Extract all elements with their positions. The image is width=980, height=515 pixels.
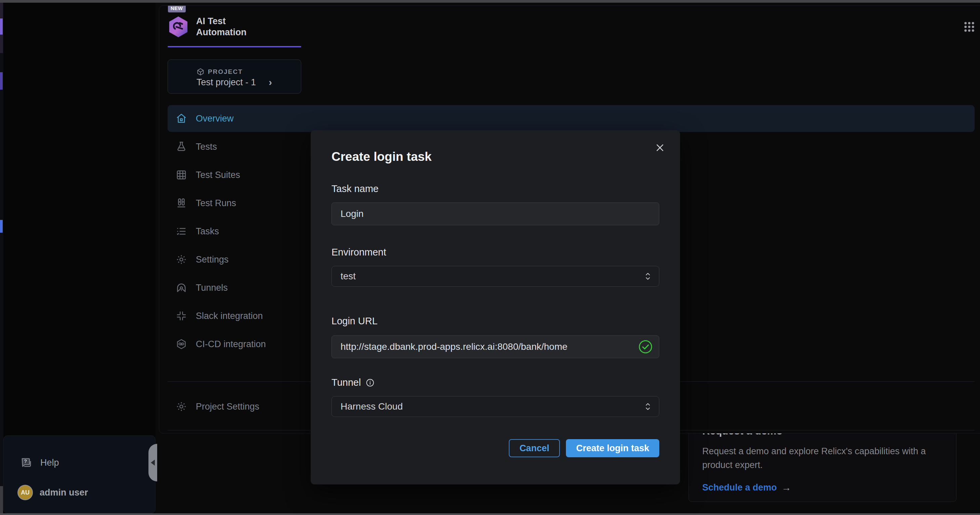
schedule-demo-link[interactable]: Schedule a demo → [702,482,943,493]
task-name-label: Task name [331,183,659,194]
create-login-task-button[interactable]: Create login task [566,439,659,457]
project-label: PROJECT [208,68,243,76]
new-badge: NEW [168,5,186,13]
cube-icon [196,68,205,76]
tunnel-label: Tunnel [331,377,659,388]
environment-select[interactable]: test [331,266,659,287]
help-chat-icon: ? [20,456,32,469]
cancel-button[interactable]: Cancel [509,439,560,457]
cicd-icon [176,339,187,350]
accent-underline [168,46,301,47]
home-icon [176,113,187,124]
columns-icon [176,197,187,209]
sliver [0,220,3,233]
project-selector[interactable]: PROJECT Test project - 1 › [168,59,301,94]
app-header: AI Test Automation [168,16,976,38]
login-url-field [331,335,659,358]
select-chevrons-icon [645,401,651,412]
create-login-task-modal: Create login task Task name Environment … [311,130,680,485]
sliver [0,72,3,90]
modal-title: Create login task [331,150,659,164]
select-chevrons-icon [645,271,651,282]
arrow-right-icon: → [781,482,791,493]
gear-icon [176,401,187,412]
gear-icon [176,254,187,265]
slack-icon [176,310,187,322]
demo-description: Request a demo and explore Relicx's capa… [702,445,931,472]
modal-actions: Cancel Create login task [331,439,659,457]
login-url-input[interactable] [332,336,638,358]
environment-label: Environment [331,247,659,258]
sliver [0,19,3,35]
sidebar-item-help[interactable]: ? Help [12,449,147,476]
sliver [0,486,3,513]
close-icon[interactable] [653,141,667,154]
user-menu[interactable]: AU admin user [12,485,147,500]
window-top-edge [0,0,980,3]
task-name-input[interactable] [331,202,659,225]
info-icon[interactable] [366,378,374,387]
svg-text:?: ? [24,458,27,464]
relicx-logo [168,16,189,38]
window-bottom-edge [0,513,980,515]
sidebar-collapse-handle[interactable] [148,444,157,482]
grid-icon [176,169,187,181]
sidebar-bottom-panel: ? Help AU admin user [3,436,156,513]
collapse-arrow-icon [151,459,155,466]
sidebar: NEW AI Test Automation [3,3,156,513]
user-name: admin user [40,488,88,498]
background-window-sliver [0,3,3,513]
project-name: Test project - 1 [196,77,256,87]
url-valid-check-icon [638,339,653,354]
login-url-label: Login URL [331,316,659,327]
flask-icon [176,141,187,153]
chevron-right-icon: › [269,76,272,88]
tunnel-select[interactable]: Harness Cloud [331,396,659,417]
app-title: AI Test Automation [196,16,247,38]
sidebar-item-overview[interactable]: Overview [168,105,975,132]
avatar: AU [18,485,33,500]
app-switcher-icon[interactable] [963,21,976,33]
list-icon [176,226,187,237]
tunnel-icon [176,282,187,293]
